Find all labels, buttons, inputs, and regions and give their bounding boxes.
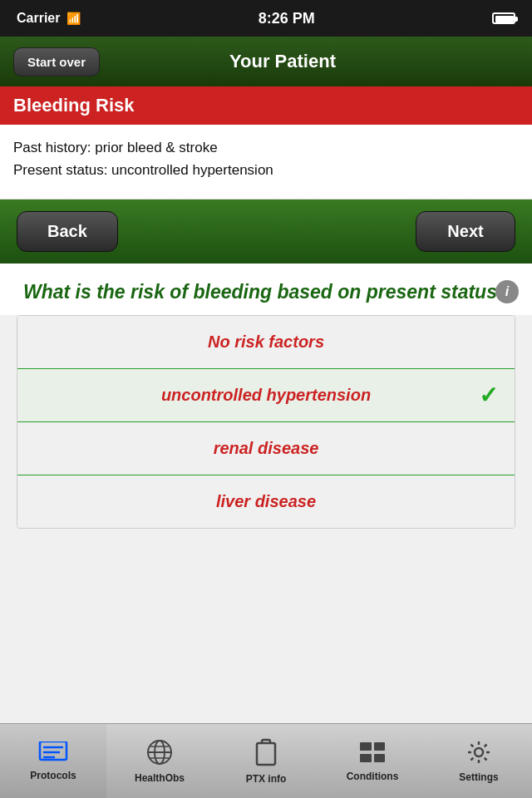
option-no-risk[interactable]: No risk factors	[17, 316, 515, 369]
status-left: Carrier 📶	[17, 11, 81, 26]
svg-rect-13	[374, 754, 385, 762]
carrier-label: Carrier	[17, 11, 60, 26]
info-button[interactable]: i	[495, 280, 519, 303]
options-list: No risk factors uncontrolled hypertensio…	[17, 315, 515, 529]
next-button[interactable]: Next	[416, 211, 515, 252]
tab-healthobs[interactable]: HealthObs	[106, 724, 213, 798]
option-renal-label: renal disease	[214, 439, 319, 458]
conditions-icon	[358, 741, 387, 767]
svg-rect-10	[360, 742, 372, 751]
tab-ptxinfo-label: PTX info	[246, 773, 287, 785]
tab-ptxinfo[interactable]: PTX info	[213, 724, 319, 798]
question-text: What is the risk of bleeding based on pr…	[23, 281, 509, 303]
tab-protocols[interactable]: Protocols	[0, 724, 106, 798]
tab-bar: Protocols HealthObs PTX info	[0, 723, 532, 798]
option-renal-disease[interactable]: renal disease	[17, 422, 515, 475]
bleeding-risk-banner: Bleeding Risk	[0, 86, 532, 125]
start-over-button[interactable]: Start over	[13, 47, 100, 76]
option-liver-disease[interactable]: liver disease	[17, 475, 515, 528]
protocols-icon	[38, 741, 68, 766]
bleeding-risk-label: Bleeding Risk	[13, 95, 134, 116]
ptxinfo-icon	[255, 738, 277, 770]
header: Start over Your Patient	[0, 37, 532, 86]
svg-line-21	[485, 744, 487, 746]
svg-rect-12	[360, 754, 372, 762]
svg-rect-9	[257, 743, 275, 765]
status-right	[492, 12, 515, 24]
tab-healthobs-label: HealthObs	[135, 772, 185, 784]
navigation-bar: Back Next	[0, 200, 532, 264]
healthobs-icon	[146, 739, 173, 769]
settings-icon	[466, 740, 491, 768]
option-no-risk-label: No risk factors	[208, 332, 324, 352]
svg-rect-11	[374, 742, 385, 751]
tab-settings[interactable]: Settings	[426, 724, 532, 798]
option-uncontrolled-hypertension[interactable]: uncontrolled hypertension ✓	[17, 369, 515, 422]
battery-icon	[492, 12, 515, 24]
wifi-icon: 📶	[66, 12, 81, 25]
patient-info: Past history: prior bleed & stroke Prese…	[0, 125, 532, 200]
svg-point-14	[475, 748, 483, 756]
option-hypertension-label: uncontrolled hypertension	[161, 386, 371, 405]
svg-line-20	[485, 757, 487, 760]
check-mark-icon: ✓	[479, 382, 498, 409]
back-button[interactable]: Back	[17, 211, 118, 252]
option-liver-label: liver disease	[216, 492, 316, 511]
question-area: What is the risk of bleeding based on pr…	[0, 264, 532, 315]
header-title: Your Patient	[113, 51, 452, 72]
tab-settings-label: Settings	[459, 771, 498, 783]
tab-conditions-label: Conditions	[347, 771, 399, 782]
patient-history: Past history: prior bleed & stroke	[13, 136, 519, 159]
status-bar: Carrier 📶 8:26 PM	[0, 0, 532, 37]
svg-line-22	[471, 757, 474, 760]
tab-protocols-label: Protocols	[30, 770, 76, 781]
patient-status: Present status: uncontrolled hypertensio…	[13, 159, 519, 181]
tab-conditions[interactable]: Conditions	[319, 724, 426, 798]
svg-line-19	[471, 744, 474, 746]
status-time: 8:26 PM	[259, 10, 315, 27]
